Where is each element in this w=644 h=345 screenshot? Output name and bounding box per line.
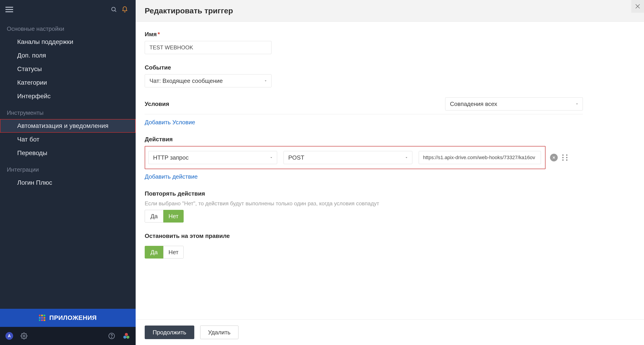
help-icon[interactable]: [107, 332, 116, 340]
gear-icon[interactable]: [20, 332, 28, 340]
repeat-help-text: Если выбрано "Нет", то действия будут вы…: [145, 200, 583, 207]
sidebar: Основные настройкиКаналы поддержкиДоп. п…: [0, 0, 136, 345]
close-button[interactable]: [631, 0, 644, 13]
logo-icon[interactable]: [122, 332, 130, 340]
search-icon[interactable]: [108, 4, 119, 15]
nav-section-title: Основные настройки: [0, 19, 136, 35]
action-method-select[interactable]: POST: [284, 151, 412, 164]
add-condition-link[interactable]: Добавить Условие: [145, 119, 195, 126]
conditions-label: Условия: [145, 100, 169, 108]
name-input[interactable]: [145, 41, 272, 54]
action-method-value: POST: [288, 154, 304, 161]
sidebar-item-translations[interactable]: Переводы: [0, 146, 136, 160]
event-value: Чат: Входящее сообщение: [150, 78, 223, 84]
apps-button[interactable]: ПРИЛОЖЕНИЯ: [0, 309, 136, 327]
conditions-block: Условия Совпадения всех Добавить Условие: [145, 97, 583, 126]
remove-action-button[interactable]: [550, 154, 558, 162]
sidebar-item-channels[interactable]: Каналы поддержки: [0, 35, 136, 49]
page-title: Редактировать триггер: [145, 6, 233, 15]
nav-section-title: Интеграции: [0, 160, 136, 176]
action-type-select[interactable]: HTTP запрос: [148, 151, 277, 164]
action-row: HTTP запрос POST: [145, 146, 546, 169]
repeat-no-button[interactable]: Нет: [163, 210, 184, 222]
drag-handle-icon[interactable]: [562, 154, 568, 161]
sidebar-item-categories[interactable]: Категории: [0, 76, 136, 90]
chevron-down-icon: [575, 102, 579, 106]
name-field-block: Имя*: [145, 31, 583, 54]
main-panel: Редактировать триггер Имя* Событие Чат: …: [136, 0, 644, 345]
bell-icon[interactable]: [119, 4, 130, 15]
svg-point-5: [125, 333, 128, 336]
svg-point-0: [112, 7, 115, 11]
svg-point-4: [112, 337, 112, 338]
form-content: Имя* Событие Чат: Входящее сообщение Усл…: [136, 22, 644, 320]
conditions-match-value: Совпадения всех: [450, 100, 497, 108]
chevron-down-icon: [264, 79, 268, 83]
footer-bar: Продолжить Удалить: [136, 320, 644, 345]
sidebar-item-chatbot[interactable]: Чат бот: [0, 133, 136, 146]
stop-yes-button[interactable]: Да: [145, 246, 163, 258]
sidebar-item-interface[interactable]: Интерфейс: [0, 90, 136, 103]
event-select[interactable]: Чат: Входящее сообщение: [145, 74, 272, 88]
repeat-block: Повторять действия Если выбрано "Нет", т…: [145, 190, 583, 222]
main-header: Редактировать триггер: [136, 0, 644, 22]
conditions-match-select[interactable]: Совпадения всех: [445, 97, 583, 110]
stop-label: Остановить на этом правиле: [145, 232, 583, 240]
stop-toggle: Да Нет: [145, 246, 184, 258]
repeat-label: Повторять действия: [145, 190, 583, 197]
action-url-input[interactable]: [419, 151, 541, 164]
nav-section-title: Инструменты: [0, 103, 136, 119]
sidebar-topbar: [0, 0, 136, 19]
svg-line-1: [115, 10, 116, 12]
apps-grid-icon: [39, 315, 45, 321]
chevron-down-icon: [404, 156, 408, 160]
sidebar-item-automation[interactable]: Автоматизация и уведомления: [0, 119, 136, 133]
event-label: Событие: [145, 64, 583, 71]
delete-button[interactable]: Удалить: [200, 326, 238, 339]
stop-no-button[interactable]: Нет: [163, 246, 184, 258]
chevron-down-icon: [269, 156, 273, 160]
event-field-block: Событие Чат: Входящее сообщение: [145, 64, 583, 88]
name-label: Имя*: [145, 31, 583, 38]
action-type-value: HTTP запрос: [153, 154, 189, 161]
sidebar-nav: Основные настройкиКаналы поддержкиДоп. п…: [0, 19, 136, 309]
avatar[interactable]: A: [6, 332, 13, 340]
apps-label: ПРИЛОЖЕНИЯ: [49, 314, 97, 322]
hamburger-icon[interactable]: [6, 5, 14, 14]
sidebar-item-statuses[interactable]: Статусы: [0, 62, 136, 76]
actions-label: Действия: [145, 136, 583, 143]
svg-point-2: [23, 335, 25, 337]
action-row-wrap: HTTP запрос POST: [145, 146, 583, 169]
stop-block: Остановить на этом правиле Да Нет: [145, 232, 583, 258]
continue-button[interactable]: Продолжить: [145, 326, 194, 339]
sidebar-item-login-plus[interactable]: Логин Плюс: [0, 176, 136, 190]
sidebar-item-fields[interactable]: Доп. поля: [0, 49, 136, 62]
add-action-link[interactable]: Добавить действие: [145, 173, 198, 180]
repeat-toggle: Да Нет: [145, 210, 184, 222]
actions-block: Действия HTTP запрос POST: [145, 136, 583, 180]
sidebar-footer: A: [0, 327, 136, 345]
svg-point-6: [124, 336, 126, 339]
svg-point-7: [126, 336, 129, 339]
repeat-yes-button[interactable]: Да: [145, 210, 163, 222]
